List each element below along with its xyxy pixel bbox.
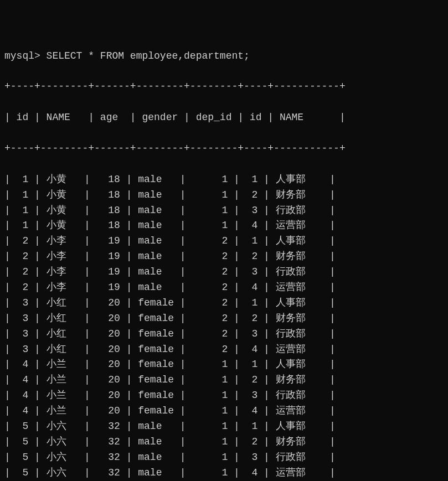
table-row: | 3 | 小红 | 20 | female | 2 | 3 | 行政部 | (4, 327, 444, 342)
table-row: | 3 | 小红 | 20 | female | 2 | 1 | 人事部 | (4, 296, 444, 311)
table-row: | 1 | 小黄 | 18 | male | 1 | 2 | 财务部 | (4, 188, 444, 203)
table-border-mid: +----+--------+------+--------+--------+… (4, 141, 444, 157)
table-row: | 4 | 小兰 | 20 | female | 1 | 2 | 财务部 | (4, 373, 444, 388)
table-row: | 1 | 小黄 | 18 | male | 1 | 3 | 行政部 | (4, 203, 444, 219)
table-row: | 3 | 小红 | 20 | female | 2 | 4 | 运营部 | (4, 342, 444, 358)
table-row: | 5 | 小六 | 32 | male | 1 | 1 | 人事部 | (4, 419, 444, 435)
table-border-top: +----+--------+------+--------+--------+… (4, 79, 444, 95)
table-body: | 1 | 小黄 | 18 | male | 1 | 1 | 人事部 || 1 … (4, 172, 444, 481)
table-row: | 5 | 小六 | 32 | male | 1 | 4 | 运营部 | (4, 466, 444, 481)
table-row: | 2 | 小李 | 19 | male | 2 | 3 | 行政部 | (4, 265, 444, 280)
table-row: | 3 | 小红 | 20 | female | 2 | 2 | 财务部 | (4, 311, 444, 327)
table-row: | 5 | 小六 | 32 | male | 1 | 3 | 行政部 | (4, 450, 444, 466)
table-row: | 2 | 小李 | 19 | male | 2 | 2 | 财务部 | (4, 249, 444, 265)
table-row: | 4 | 小兰 | 20 | female | 1 | 3 | 行政部 | (4, 388, 444, 404)
table-row: | 5 | 小六 | 32 | male | 1 | 2 | 财务部 | (4, 435, 444, 450)
table-row: | 4 | 小兰 | 20 | female | 1 | 1 | 人事部 | (4, 357, 444, 373)
table-row: | 1 | 小黄 | 18 | male | 1 | 4 | 运营部 | (4, 218, 444, 234)
table-header-row: | id | NAME | age | gender | dep_id | id… (4, 110, 444, 126)
table-row: | 2 | 小李 | 19 | male | 2 | 1 | 人事部 | (4, 234, 444, 249)
table-row: | 1 | 小黄 | 18 | male | 1 | 1 | 人事部 | (4, 172, 444, 188)
sql-prompt: mysql> SELECT * FROM employee,department… (4, 49, 444, 64)
table-row: | 2 | 小李 | 19 | male | 2 | 4 | 运营部 | (4, 280, 444, 296)
table-row: | 4 | 小兰 | 20 | female | 1 | 4 | 运营部 | (4, 404, 444, 419)
